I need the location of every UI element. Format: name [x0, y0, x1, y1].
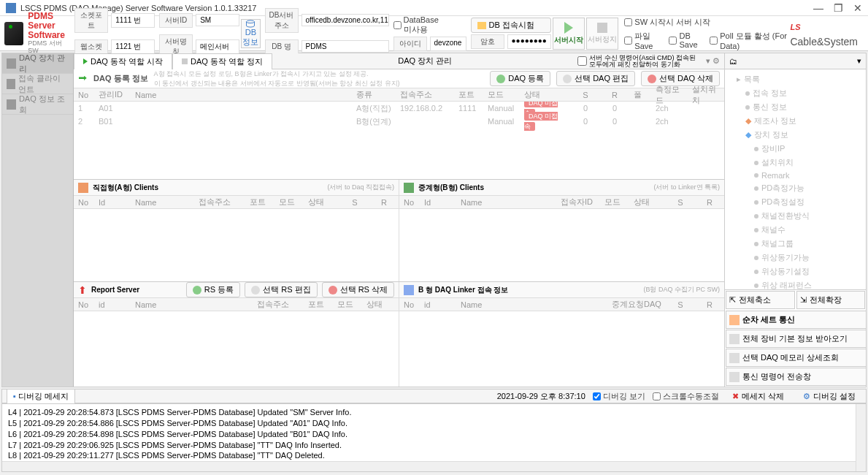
tree-node[interactable]: 채널수	[728, 223, 863, 237]
tree-root[interactable]: ▸목록	[728, 72, 863, 86]
server-start-button[interactable]: 서버시작	[553, 18, 585, 50]
relay-icon	[404, 183, 414, 193]
clear-messages-button[interactable]: ✖메세지 삭제	[726, 390, 790, 403]
rs-delete-button[interactable]: 선택 RS 삭제	[322, 282, 394, 297]
debug-view-checkbox[interactable]: 디버깅 보기	[593, 391, 645, 402]
settings-icon[interactable]: ▾ ⚙	[702, 56, 724, 66]
rs-edit-button[interactable]: 선택 RS 편집	[245, 282, 317, 297]
login-id-value[interactable]: devzone	[430, 37, 466, 51]
tree-node[interactable]: 접속 정보	[728, 86, 863, 100]
panel-b-linker: B 형 DAQ Linker 접속 정보 (B형 DAQ 수집기 PC SW) …	[399, 282, 724, 387]
rs-title: Report Server	[91, 286, 139, 294]
daq-reg-desc: A형 접속시 모든 설정 로딩, B형은 Linker가 접속시 가지고 있는 …	[154, 69, 485, 88]
sw-autostart-checkbox[interactable]: SW 시작시 서버 시작	[624, 17, 788, 28]
poll-enable-checkbox[interactable]: Poll 모듈 활성 (For Data)	[710, 31, 788, 50]
minimize-button[interactable]: —	[813, 2, 823, 14]
server-id-label: 서버ID	[159, 13, 193, 28]
linker-title: B 형 DAQ Linker 접속 정보	[418, 285, 508, 295]
debug-header: ▪ 디버깅 메세지 2021-09-29 오후 8:37:10 디버깅 보기 스…	[1, 389, 867, 403]
daq-table-body: 1A01 A형(직접)192.168.0.21111 ManualDAQ 미접속…	[74, 102, 724, 179]
debug-settings-button[interactable]: ⚙디버깅 설정	[797, 390, 861, 403]
log-line: L4 | 2021-09-29 20:28:54.873 [LSCS PDMS …	[8, 407, 860, 418]
tree-node[interactable]: PD측정가능	[728, 181, 863, 195]
daq-register-button[interactable]: DAQ 등록	[490, 71, 550, 86]
tree-node[interactable]: 위상동기설정	[728, 265, 863, 278]
debug-log[interactable]: L4 | 2021-09-29 20:28:54.873 [LSCS PDMS …	[1, 403, 867, 472]
sidebar-item-daq-info[interactable]: DAQ 정보 조회	[2, 94, 73, 115]
tree-node[interactable]: ◆장치 정보	[728, 128, 863, 142]
db-addr-value[interactable]: officedb.devzone.co.kr,11	[302, 14, 389, 26]
ascii-sync-checkbox[interactable]: 서버 수신 명령어(Ascii CMD) 접속된 모두에게 패킷 전달하여 동기…	[577, 55, 696, 68]
server-name-value[interactable]: 메인서버	[196, 39, 239, 54]
delete-icon	[329, 286, 337, 294]
db-info-button[interactable]: DB 정보	[241, 19, 260, 48]
clients-icon	[7, 79, 15, 89]
tree-node[interactable]: ◆제조사 정보	[728, 114, 863, 128]
seq-set-button[interactable]: 순차 세트 통신	[726, 311, 867, 329]
tree-node[interactable]: 장비IP	[728, 142, 863, 156]
websocket-value[interactable]: 1121 번	[111, 39, 155, 54]
tree-node[interactable]: PD측정설정	[728, 195, 863, 209]
rs-register-button[interactable]: RS 등록	[186, 282, 240, 297]
sidebar-item-clients[interactable]: 접속 클라이언트	[2, 74, 73, 94]
prop-menu-icon[interactable]: ▾	[857, 56, 861, 66]
tree-node[interactable]: 위상 래퍼런스	[728, 278, 863, 289]
collapse-all-button[interactable]: ⇱전체축소	[726, 291, 795, 309]
login-id-label: 아이디	[393, 37, 427, 51]
db-name-label: DB 명	[265, 39, 299, 54]
daq-edit-button[interactable]: 선택 DAQ 편집	[556, 71, 635, 86]
log-line: L7 | 2021-09-29 20:29:06.925 [LSCS PDMS …	[8, 440, 860, 451]
tree-node[interactable]: 채널전환방식	[728, 209, 863, 223]
maximize-button[interactable]: ❐	[834, 2, 843, 14]
expand-all-button[interactable]: ⇲전체확장	[796, 291, 866, 309]
db-test-button[interactable]: DB 접속시험	[471, 18, 551, 33]
role-start-tab[interactable]: DAQ 동작 역할 시작	[74, 53, 172, 69]
grid-icon	[729, 315, 740, 325]
tree-node[interactable]: 설치위치	[728, 156, 863, 170]
tree-node[interactable]: 통신 정보	[728, 100, 863, 114]
daq-table-header: No관리IDName 종류접속주소포트 모드상태S R폴측정모드설치위치	[74, 88, 724, 102]
server-id-value[interactable]: SM	[196, 14, 239, 26]
server-icon	[4, 22, 23, 45]
expand-icon: ⇲	[800, 295, 807, 305]
log-line: L5 | 2021-09-29 20:28:54.886 [LSCS PDMS …	[8, 418, 860, 429]
scrollbar-horizontal[interactable]	[2, 461, 856, 471]
product-logo: PDMS Server Software PDMS 서버 SW	[4, 12, 73, 55]
cmd-send-button[interactable]: 통신 명령어 전송창	[726, 368, 867, 386]
socket-port-value[interactable]: 1111 번	[111, 13, 155, 28]
panel-report-server: ⬆ Report Server RS 등록 선택 RS 편집 선택 RS 삭제 …	[74, 282, 399, 387]
play-icon	[83, 58, 88, 64]
close-button[interactable]: ✕	[853, 2, 862, 14]
tree-node[interactable]: Remark	[728, 170, 863, 181]
database-disable-checkbox[interactable]: DataBase 미사용	[393, 15, 466, 35]
table-row[interactable]: 2B01 B형(연계) ManualDAQ 미접속 002ch	[74, 115, 724, 128]
list-icon	[729, 334, 740, 344]
scrollbar-vertical[interactable]	[856, 404, 866, 471]
scroll-manual-checkbox[interactable]: 스크롤수동조절	[653, 391, 719, 402]
stop-icon	[182, 58, 188, 64]
content-title: DAQ 장치 관리	[272, 56, 577, 66]
all-device-info-button[interactable]: 전체 장비 기본 정보 받아오기	[726, 330, 867, 348]
terminal-icon	[729, 372, 740, 382]
debug-tab[interactable]: ▪ 디버깅 메세지	[7, 389, 75, 403]
file-save-checkbox[interactable]: 파일 Save	[624, 31, 661, 50]
table-row[interactable]: 1A01 A형(직접)192.168.0.21111 ManualDAQ 미접속…	[74, 102, 724, 115]
db-name-value[interactable]: PDMS	[302, 40, 389, 53]
role-stop-tab[interactable]: DAQ 동작 역할 정지	[172, 53, 272, 69]
property-tree[interactable]: ▸목록 접속 정보 통신 정보 ◆제조사 정보 ◆장치 정보 장비IP 설치위치…	[725, 69, 866, 289]
sidebar-item-daq-device[interactable]: DAQ 장치 관리	[2, 53, 73, 74]
left-sidebar: DAQ 장치 관리 접속 클라이언트 DAQ 정보 조회	[2, 53, 74, 387]
tree-node[interactable]: 채널그룹	[728, 237, 863, 251]
daq-memory-button[interactable]: 선택 DAQ 메모리 상세조회	[726, 349, 867, 367]
websocket-label: 웹소켓	[74, 39, 108, 54]
db-save-checkbox[interactable]: DB Save	[669, 31, 702, 50]
direct-icon	[78, 183, 88, 193]
stop-icon	[597, 23, 607, 33]
password-value[interactable]: ●●●●●●●●	[507, 34, 551, 49]
panel-b-clients: 중계형(B형) Clients (서버 to Linker연 특록) NoIdN…	[399, 180, 724, 281]
server-stop-button[interactable]: 서버정지	[586, 18, 618, 50]
panel-a-title: 직접형(A형) Clients	[93, 183, 158, 193]
play-icon	[564, 22, 573, 34]
panel-b-title: 중계형(B형) Clients	[418, 183, 484, 193]
tree-node[interactable]: 위상동기가능	[728, 251, 863, 265]
